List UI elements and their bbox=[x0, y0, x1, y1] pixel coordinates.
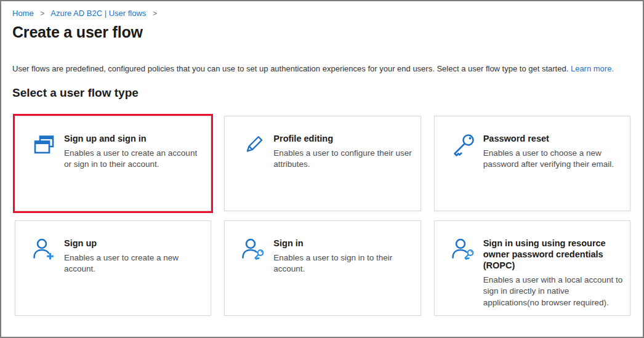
card-title: Sign up and sign in bbox=[64, 133, 204, 144]
card-description: Enables a user to choose a new password … bbox=[483, 148, 624, 170]
user-flow-type-cards: Sign up and sign in Enables a user to cr… bbox=[15, 116, 630, 316]
section-heading: Select a user flow type bbox=[12, 86, 630, 100]
person-key-icon bbox=[451, 237, 476, 262]
key-icon bbox=[451, 132, 476, 157]
card-description: Enables a user to sign in to their accou… bbox=[273, 252, 414, 275]
person-add-icon bbox=[32, 237, 57, 262]
card-password-reset[interactable]: Password reset Enables a user to choose … bbox=[434, 116, 630, 211]
card-profile-editing[interactable]: Profile editing Enables a user to config… bbox=[224, 116, 421, 211]
card-sign-in-ropc[interactable]: Sign in using using resource owner passw… bbox=[434, 220, 630, 316]
card-sign-up[interactable]: Sign up Enables a user to create a new a… bbox=[15, 220, 211, 316]
card-sign-up-and-sign-in[interactable]: Sign up and sign in Enables a user to cr… bbox=[15, 116, 211, 211]
card-title: Profile editing bbox=[273, 133, 414, 144]
page-title: Create a user flow bbox=[12, 23, 630, 41]
card-title: Sign in using using resource owner passw… bbox=[483, 238, 624, 271]
page-description-text: User flows are predefined, configured po… bbox=[12, 64, 568, 73]
learn-more-link[interactable]: Learn more. bbox=[571, 64, 614, 73]
card-title: Sign in bbox=[273, 238, 414, 249]
breadcrumb: Home > Azure AD B2C | User flows > bbox=[12, 9, 630, 18]
page-description: User flows are predefined, configured po… bbox=[12, 64, 630, 74]
windows-stack-icon bbox=[32, 132, 57, 157]
breadcrumb-link-azure-ad-b2c-user-flows[interactable]: Azure AD B2C | User flows bbox=[50, 9, 146, 18]
card-sign-in[interactable]: Sign in Enables a user to sign in to the… bbox=[224, 220, 421, 316]
pencil-icon bbox=[241, 132, 266, 157]
card-description: Enables a user with a local account to s… bbox=[483, 275, 624, 308]
breadcrumb-link-home[interactable]: Home bbox=[12, 9, 34, 18]
card-description: Enables a user to configure their user a… bbox=[273, 148, 414, 170]
card-description: Enables a user to create an account or s… bbox=[64, 148, 204, 170]
card-title: Password reset bbox=[483, 133, 624, 144]
breadcrumb-separator-icon: > bbox=[40, 9, 44, 18]
person-key-icon bbox=[241, 237, 266, 262]
breadcrumb-separator-icon: > bbox=[153, 9, 157, 18]
card-title: Sign up bbox=[64, 238, 204, 249]
create-user-flow-page: Home > Azure AD B2C | User flows > Creat… bbox=[1, 1, 643, 316]
card-description: Enables a user to create a new account. bbox=[64, 252, 204, 275]
